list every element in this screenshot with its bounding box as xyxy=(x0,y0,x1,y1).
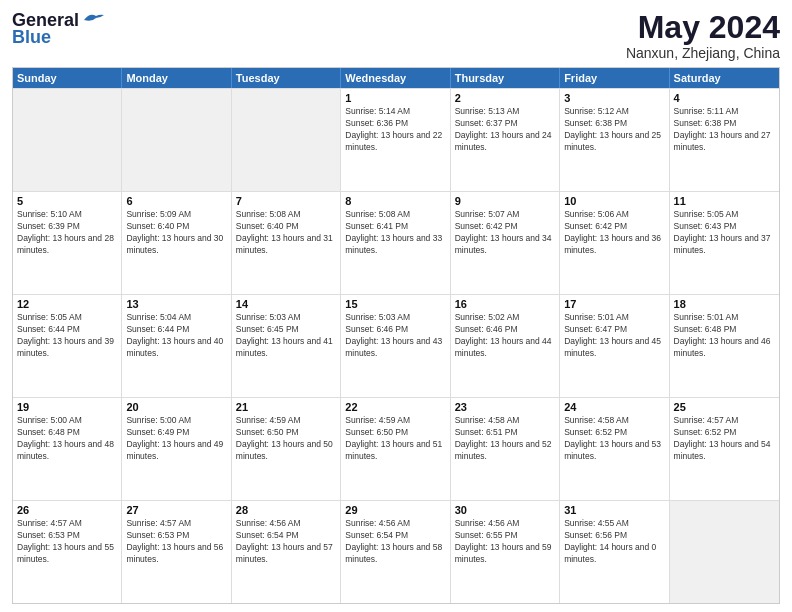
day-29: 29Sunrise: 4:56 AMSunset: 6:54 PMDayligh… xyxy=(341,501,450,603)
day-number-8: 8 xyxy=(345,195,445,207)
empty-cell xyxy=(670,501,779,603)
day-number-21: 21 xyxy=(236,401,336,413)
day-7: 7Sunrise: 5:08 AMSunset: 6:40 PMDaylight… xyxy=(232,192,341,294)
cell-info-13: Sunrise: 5:04 AMSunset: 6:44 PMDaylight:… xyxy=(126,312,226,360)
day-number-10: 10 xyxy=(564,195,664,207)
cell-info-22: Sunrise: 4:59 AMSunset: 6:50 PMDaylight:… xyxy=(345,415,445,463)
calendar-body: 1Sunrise: 5:14 AMSunset: 6:36 PMDaylight… xyxy=(13,88,779,603)
day-number-16: 16 xyxy=(455,298,555,310)
day-25: 25Sunrise: 4:57 AMSunset: 6:52 PMDayligh… xyxy=(670,398,779,500)
day-26: 26Sunrise: 4:57 AMSunset: 6:53 PMDayligh… xyxy=(13,501,122,603)
day-number-23: 23 xyxy=(455,401,555,413)
day-number-25: 25 xyxy=(674,401,775,413)
week-3: 12Sunrise: 5:05 AMSunset: 6:44 PMDayligh… xyxy=(13,294,779,397)
cell-info-1: Sunrise: 5:14 AMSunset: 6:36 PMDaylight:… xyxy=(345,106,445,154)
day-14: 14Sunrise: 5:03 AMSunset: 6:45 PMDayligh… xyxy=(232,295,341,397)
col-monday: Monday xyxy=(122,68,231,88)
col-tuesday: Tuesday xyxy=(232,68,341,88)
day-20: 20Sunrise: 5:00 AMSunset: 6:49 PMDayligh… xyxy=(122,398,231,500)
day-15: 15Sunrise: 5:03 AMSunset: 6:46 PMDayligh… xyxy=(341,295,450,397)
day-number-22: 22 xyxy=(345,401,445,413)
day-1: 1Sunrise: 5:14 AMSunset: 6:36 PMDaylight… xyxy=(341,89,450,191)
calendar-location: Nanxun, Zhejiang, China xyxy=(626,45,780,61)
cell-info-23: Sunrise: 4:58 AMSunset: 6:51 PMDaylight:… xyxy=(455,415,555,463)
empty-cell xyxy=(13,89,122,191)
cell-info-29: Sunrise: 4:56 AMSunset: 6:54 PMDaylight:… xyxy=(345,518,445,566)
day-5: 5Sunrise: 5:10 AMSunset: 6:39 PMDaylight… xyxy=(13,192,122,294)
day-number-7: 7 xyxy=(236,195,336,207)
col-saturday: Saturday xyxy=(670,68,779,88)
day-number-19: 19 xyxy=(17,401,117,413)
calendar-title: May 2024 xyxy=(626,10,780,45)
day-number-2: 2 xyxy=(455,92,555,104)
cell-info-12: Sunrise: 5:05 AMSunset: 6:44 PMDaylight:… xyxy=(17,312,117,360)
day-28: 28Sunrise: 4:56 AMSunset: 6:54 PMDayligh… xyxy=(232,501,341,603)
col-sunday: Sunday xyxy=(13,68,122,88)
day-22: 22Sunrise: 4:59 AMSunset: 6:50 PMDayligh… xyxy=(341,398,450,500)
day-number-28: 28 xyxy=(236,504,336,516)
cell-info-7: Sunrise: 5:08 AMSunset: 6:40 PMDaylight:… xyxy=(236,209,336,257)
day-2: 2Sunrise: 5:13 AMSunset: 6:37 PMDaylight… xyxy=(451,89,560,191)
cell-info-16: Sunrise: 5:02 AMSunset: 6:46 PMDaylight:… xyxy=(455,312,555,360)
day-23: 23Sunrise: 4:58 AMSunset: 6:51 PMDayligh… xyxy=(451,398,560,500)
title-block: May 2024 Nanxun, Zhejiang, China xyxy=(626,10,780,61)
day-12: 12Sunrise: 5:05 AMSunset: 6:44 PMDayligh… xyxy=(13,295,122,397)
day-number-29: 29 xyxy=(345,504,445,516)
day-number-11: 11 xyxy=(674,195,775,207)
day-9: 9Sunrise: 5:07 AMSunset: 6:42 PMDaylight… xyxy=(451,192,560,294)
day-number-1: 1 xyxy=(345,92,445,104)
cell-info-27: Sunrise: 4:57 AMSunset: 6:53 PMDaylight:… xyxy=(126,518,226,566)
logo: General Blue xyxy=(12,10,104,48)
col-wednesday: Wednesday xyxy=(341,68,450,88)
day-18: 18Sunrise: 5:01 AMSunset: 6:48 PMDayligh… xyxy=(670,295,779,397)
cell-info-8: Sunrise: 5:08 AMSunset: 6:41 PMDaylight:… xyxy=(345,209,445,257)
calendar: Sunday Monday Tuesday Wednesday Thursday… xyxy=(12,67,780,604)
day-number-5: 5 xyxy=(17,195,117,207)
cell-info-10: Sunrise: 5:06 AMSunset: 6:42 PMDaylight:… xyxy=(564,209,664,257)
header: General Blue May 2024 Nanxun, Zhejiang, … xyxy=(12,10,780,61)
cell-info-3: Sunrise: 5:12 AMSunset: 6:38 PMDaylight:… xyxy=(564,106,664,154)
day-number-20: 20 xyxy=(126,401,226,413)
day-17: 17Sunrise: 5:01 AMSunset: 6:47 PMDayligh… xyxy=(560,295,669,397)
day-3: 3Sunrise: 5:12 AMSunset: 6:38 PMDaylight… xyxy=(560,89,669,191)
day-number-24: 24 xyxy=(564,401,664,413)
day-24: 24Sunrise: 4:58 AMSunset: 6:52 PMDayligh… xyxy=(560,398,669,500)
day-number-9: 9 xyxy=(455,195,555,207)
day-16: 16Sunrise: 5:02 AMSunset: 6:46 PMDayligh… xyxy=(451,295,560,397)
day-27: 27Sunrise: 4:57 AMSunset: 6:53 PMDayligh… xyxy=(122,501,231,603)
day-number-15: 15 xyxy=(345,298,445,310)
day-13: 13Sunrise: 5:04 AMSunset: 6:44 PMDayligh… xyxy=(122,295,231,397)
cell-info-6: Sunrise: 5:09 AMSunset: 6:40 PMDaylight:… xyxy=(126,209,226,257)
day-number-12: 12 xyxy=(17,298,117,310)
cell-info-20: Sunrise: 5:00 AMSunset: 6:49 PMDaylight:… xyxy=(126,415,226,463)
day-30: 30Sunrise: 4:56 AMSunset: 6:55 PMDayligh… xyxy=(451,501,560,603)
day-number-18: 18 xyxy=(674,298,775,310)
cell-info-2: Sunrise: 5:13 AMSunset: 6:37 PMDaylight:… xyxy=(455,106,555,154)
col-friday: Friday xyxy=(560,68,669,88)
week-2: 5Sunrise: 5:10 AMSunset: 6:39 PMDaylight… xyxy=(13,191,779,294)
cell-info-24: Sunrise: 4:58 AMSunset: 6:52 PMDaylight:… xyxy=(564,415,664,463)
logo-blue: Blue xyxy=(12,27,51,48)
cell-info-5: Sunrise: 5:10 AMSunset: 6:39 PMDaylight:… xyxy=(17,209,117,257)
day-number-30: 30 xyxy=(455,504,555,516)
day-10: 10Sunrise: 5:06 AMSunset: 6:42 PMDayligh… xyxy=(560,192,669,294)
cell-info-25: Sunrise: 4:57 AMSunset: 6:52 PMDaylight:… xyxy=(674,415,775,463)
day-number-13: 13 xyxy=(126,298,226,310)
cell-info-30: Sunrise: 4:56 AMSunset: 6:55 PMDaylight:… xyxy=(455,518,555,566)
day-number-14: 14 xyxy=(236,298,336,310)
page: General Blue May 2024 Nanxun, Zhejiang, … xyxy=(0,0,792,612)
day-number-3: 3 xyxy=(564,92,664,104)
cell-info-14: Sunrise: 5:03 AMSunset: 6:45 PMDaylight:… xyxy=(236,312,336,360)
week-1: 1Sunrise: 5:14 AMSunset: 6:36 PMDaylight… xyxy=(13,88,779,191)
day-number-17: 17 xyxy=(564,298,664,310)
day-4: 4Sunrise: 5:11 AMSunset: 6:38 PMDaylight… xyxy=(670,89,779,191)
logo-bird-icon xyxy=(82,12,104,28)
day-6: 6Sunrise: 5:09 AMSunset: 6:40 PMDaylight… xyxy=(122,192,231,294)
col-thursday: Thursday xyxy=(451,68,560,88)
calendar-header: Sunday Monday Tuesday Wednesday Thursday… xyxy=(13,68,779,88)
cell-info-28: Sunrise: 4:56 AMSunset: 6:54 PMDaylight:… xyxy=(236,518,336,566)
day-number-27: 27 xyxy=(126,504,226,516)
cell-info-19: Sunrise: 5:00 AMSunset: 6:48 PMDaylight:… xyxy=(17,415,117,463)
day-number-4: 4 xyxy=(674,92,775,104)
day-21: 21Sunrise: 4:59 AMSunset: 6:50 PMDayligh… xyxy=(232,398,341,500)
